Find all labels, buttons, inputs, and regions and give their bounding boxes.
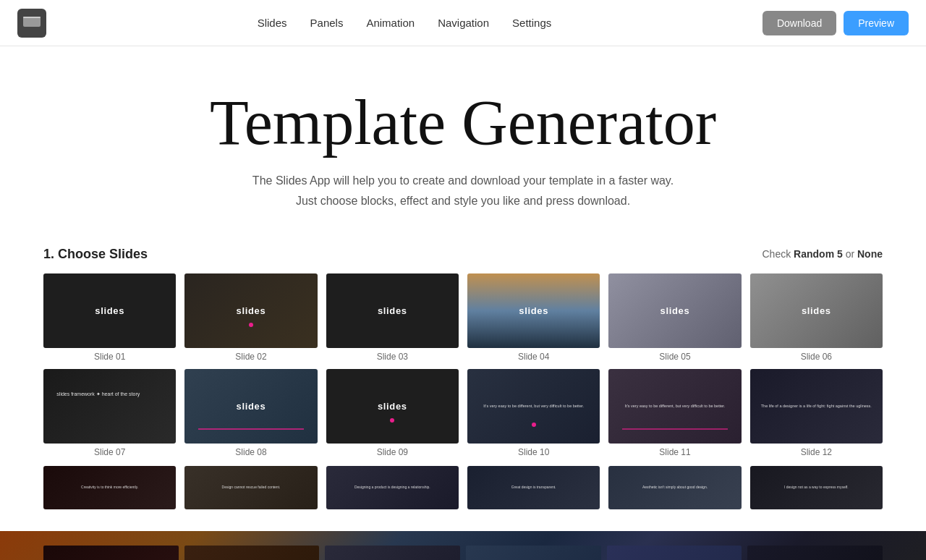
slide-dot-09 <box>390 418 394 423</box>
slide-thumb-09: slides <box>326 369 459 444</box>
slide-dot-10 <box>532 423 536 427</box>
nav-animation[interactable]: Animation <box>366 17 415 29</box>
navbar-actions: Download Preview <box>763 11 909 35</box>
choose-slides-section: 1. Choose Slides Check Random 5 or None … <box>0 232 926 524</box>
slide-item-06[interactable]: slides Slide 06 <box>750 273 883 362</box>
video-slide-mini-6 <box>747 546 883 560</box>
slide-thumb-18: I design not as a way to express myself. <box>750 466 883 509</box>
preview-button[interactable]: Preview <box>844 11 909 35</box>
slide-item-09[interactable]: slides Slide 09 <box>326 369 459 457</box>
slide-item-15[interactable]: Designing a product is designing a relat… <box>326 466 459 509</box>
slide-thumb-text-06: slides <box>802 305 831 316</box>
slide-thumb-08: slides <box>184 369 317 444</box>
slide-thumb-12: The life of a designer is a life of figh… <box>750 369 883 444</box>
slide-item-08[interactable]: slides Slide 08 <box>184 369 317 457</box>
quote-18: I design not as a way to express myself. <box>750 466 883 509</box>
slides-grid-row3: Creativity is to think more efficiently.… <box>43 466 883 509</box>
quote-10: It's very easy to be different, but very… <box>467 369 600 444</box>
slide-thumb-15: Designing a product is designing a relat… <box>326 466 459 509</box>
slide-bar-08 <box>198 428 305 430</box>
slide-item-10[interactable]: It's very easy to be different, but very… <box>467 369 600 457</box>
slide-thumb-text-02: slides <box>237 305 266 316</box>
slide-item-13[interactable]: Creativity is to think more efficiently. <box>43 466 176 509</box>
framework-text-07: slides framework ✦ heart of the story <box>56 391 140 397</box>
quote-12: The life of a designer is a life of figh… <box>750 369 883 444</box>
slide-thumb-05: slides <box>608 273 741 348</box>
app-logo[interactable] <box>17 9 46 38</box>
or-label: or <box>846 248 854 260</box>
section-links: Check Random 5 or None <box>763 248 883 260</box>
slide-item-05[interactable]: slides Slide 05 <box>608 273 741 362</box>
slide-thumb-17: Aesthetic isn't simply about good design… <box>608 466 741 509</box>
quote-11: It's very easy to be different, but very… <box>608 369 741 444</box>
slides-grid: slides Slide 01 slides Slide 02 slides S… <box>43 273 883 362</box>
slide-label-02: Slide 02 <box>184 352 317 362</box>
section-header: 1. Choose Slides Check Random 5 or None <box>43 247 883 262</box>
slide-thumb-text-08: slides <box>237 401 266 412</box>
slide-thumb-01: slides <box>43 273 176 348</box>
hero-subtitle2: Just choose blocks, effect and style you… <box>14 191 912 211</box>
quote-15: Designing a product is designing a relat… <box>326 466 459 509</box>
slide-item-01[interactable]: slides Slide 01 <box>43 273 176 362</box>
slide-thumb-04: slides <box>467 273 600 348</box>
video-slides-row <box>0 531 926 560</box>
video-slide-mini-2 <box>184 546 320 560</box>
slide-thumb-text-04: slides <box>519 305 548 316</box>
main-nav: Slides Panels Animation Navigation Setti… <box>258 17 552 29</box>
slide-thumb-text-01: slides <box>95 305 124 316</box>
slide-thumb-13: Creativity is to think more efficiently. <box>43 466 176 509</box>
slide-item-16[interactable]: Great design is transparent. <box>467 466 600 509</box>
slide-item-17[interactable]: Aesthetic isn't simply about good design… <box>608 466 741 509</box>
video-overlay <box>0 531 926 560</box>
slide-thumb-14: Design cannot rescue failed content. <box>184 466 317 509</box>
slide-label-10: Slide 10 <box>467 447 600 457</box>
navbar: Slides Panels Animation Navigation Setti… <box>0 0 926 46</box>
video-slide-mini-4 <box>466 546 601 560</box>
video-area: 0:04 / 6:16 <box>0 531 926 560</box>
slide-thumb-text-03: slides <box>378 305 407 316</box>
slide-bar-11 <box>622 428 729 430</box>
download-button[interactable]: Download <box>763 11 836 35</box>
slide-label-12: Slide 12 <box>750 447 883 457</box>
slide-item-03[interactable]: slides Slide 03 <box>326 273 459 362</box>
section-title: 1. Choose Slides <box>43 247 148 262</box>
video-slide-mini-3 <box>325 546 460 560</box>
slide-thumb-06: slides <box>750 273 883 348</box>
quote-13: Creativity is to think more efficiently. <box>43 466 176 509</box>
video-slide-mini-5 <box>607 546 742 560</box>
slide-item-04[interactable]: slides Slide 04 <box>467 273 600 362</box>
nav-slides[interactable]: Slides <box>258 17 287 29</box>
svg-rect-1 <box>23 17 41 18</box>
quote-17: Aesthetic isn't simply about good design… <box>608 466 741 509</box>
slide-thumb-10: It's very easy to be different, but very… <box>467 369 600 444</box>
slide-thumb-11: It's very easy to be different, but very… <box>608 369 741 444</box>
slide-label-06: Slide 06 <box>750 352 883 362</box>
nav-panels[interactable]: Panels <box>310 17 344 29</box>
slide-item-02[interactable]: slides Slide 02 <box>184 273 317 362</box>
slide-thumb-07: slides framework ✦ heart of the story <box>43 369 176 444</box>
quote-14: Design cannot rescue failed content. <box>184 466 317 509</box>
slide-item-07[interactable]: slides framework ✦ heart of the story Sl… <box>43 369 176 457</box>
none-link[interactable]: None <box>857 248 883 260</box>
check-label: Check <box>763 248 791 260</box>
nav-settings[interactable]: Settings <box>512 17 551 29</box>
slide-thumb-text-09: slides <box>378 401 407 412</box>
slide-item-18[interactable]: I design not as a way to express myself. <box>750 466 883 509</box>
nav-navigation[interactable]: Navigation <box>438 17 489 29</box>
slide-thumb-16: Great design is transparent. <box>467 466 600 509</box>
video-slide-mini-1 <box>43 546 179 560</box>
slide-label-09: Slide 09 <box>326 447 459 457</box>
slide-item-12[interactable]: The life of a designer is a life of figh… <box>750 369 883 457</box>
slide-item-14[interactable]: Design cannot rescue failed content. <box>184 466 317 509</box>
slides-grid-row2: slides framework ✦ heart of the story Sl… <box>43 369 883 457</box>
slide-dot-02 <box>249 323 253 327</box>
quote-16: Great design is transparent. <box>467 466 600 509</box>
slide-item-11[interactable]: It's very easy to be different, but very… <box>608 369 741 457</box>
hero-section: Template Generator The Slides App will h… <box>0 46 926 232</box>
random-5-link[interactable]: Random 5 <box>794 248 843 260</box>
hero-subtitle1: The Slides App will help you to create a… <box>14 171 912 190</box>
slide-label-05: Slide 05 <box>608 352 741 362</box>
slide-label-04: Slide 04 <box>467 352 600 362</box>
slide-label-07: Slide 07 <box>43 447 176 457</box>
slide-label-03: Slide 03 <box>326 352 459 362</box>
